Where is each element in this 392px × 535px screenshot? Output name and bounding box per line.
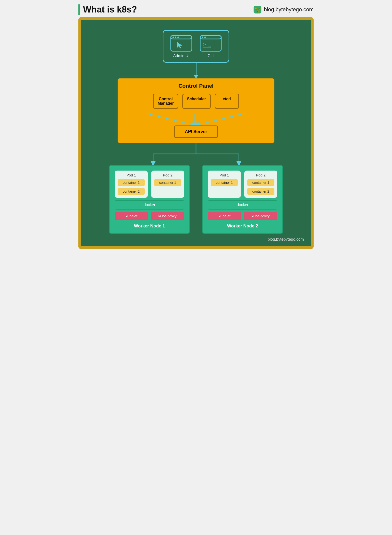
api-server-box: API Server bbox=[174, 125, 218, 138]
control-panel: Control Panel ControlManager Scheduler e… bbox=[118, 78, 274, 143]
arrow-line-1 bbox=[196, 63, 196, 75]
admin-ui-icon bbox=[170, 35, 192, 52]
bottom-bars-2: kubelet kube-proxy bbox=[208, 212, 277, 220]
scheduler-box: Scheduler bbox=[182, 94, 210, 109]
brand-label: blog.bytebytego.com bbox=[264, 6, 314, 13]
worker-node-2: Pod 1 container 1 Pod 2 container 1 cont… bbox=[202, 165, 283, 234]
page-title: What is k8s? bbox=[78, 4, 137, 15]
control-panel-title: Control Panel bbox=[125, 83, 267, 89]
container-1-pod-2-node-1: container 1 bbox=[154, 179, 181, 186]
api-to-workers-svg bbox=[108, 143, 284, 165]
pods-row-2: Pod 1 container 1 Pod 2 container 1 cont… bbox=[208, 171, 277, 198]
cp-components: ControlManager Scheduler etcd bbox=[125, 94, 267, 109]
kubeproxy-1: kube-proxy bbox=[151, 212, 184, 220]
bottom-bars-1: kubelet kube-proxy bbox=[115, 212, 184, 220]
kubeproxy-2: kube-proxy bbox=[244, 212, 277, 220]
chalkboard: Admin UI > _ CLI Control Panel ControlMa… bbox=[78, 17, 314, 249]
arrow-head-1 bbox=[194, 75, 198, 78]
control-manager-box: ControlManager bbox=[153, 94, 178, 109]
container-1-pod-2-node-2: container 1 bbox=[247, 179, 274, 186]
admin-ui-label: Admin UI bbox=[173, 54, 189, 58]
cli-label: CLI bbox=[208, 54, 214, 58]
svg-point-6 bbox=[177, 37, 179, 38]
ui-cli-group: Admin UI > _ CLI bbox=[163, 30, 229, 63]
svg-text:🦖: 🦖 bbox=[254, 6, 261, 13]
docker-bar-2: docker bbox=[208, 200, 277, 210]
svg-point-5 bbox=[175, 37, 176, 38]
arrow-ui-to-cp bbox=[194, 63, 198, 78]
cp-arrows-svg bbox=[125, 113, 267, 125]
brand-icon: 🦖 bbox=[253, 5, 262, 14]
svg-line-16 bbox=[197, 113, 245, 125]
pod-2-node-2: Pod 2 container 1 container 2 bbox=[244, 171, 277, 198]
svg-point-11 bbox=[204, 37, 206, 38]
cli-icon: > _ bbox=[200, 35, 222, 52]
docker-bar-1: docker bbox=[115, 200, 184, 210]
pod-1-node-2: Pod 1 container 1 bbox=[208, 171, 241, 198]
pod-2-node-1-label: Pod 2 bbox=[163, 173, 172, 177]
footer-brand: blog.bytebytego.com bbox=[268, 237, 304, 242]
container-2-pod-1-node-1: container 2 bbox=[118, 188, 145, 195]
container-1-pod-1-node-2: container 1 bbox=[211, 179, 238, 186]
worker-node-1-label: Worker Node 1 bbox=[134, 224, 165, 229]
kubelet-1: kubelet bbox=[115, 212, 148, 220]
pod-2-node-1: Pod 2 container 1 bbox=[151, 171, 184, 198]
etcd-box: etcd bbox=[215, 94, 239, 109]
svg-point-4 bbox=[172, 37, 174, 38]
pod-1-node-1: Pod 1 container 1 container 2 bbox=[115, 171, 148, 198]
worker-node-2-label: Worker Node 2 bbox=[227, 224, 258, 229]
svg-rect-2 bbox=[171, 36, 192, 51]
svg-point-10 bbox=[202, 37, 203, 38]
pod-1-node-2-label: Pod 1 bbox=[220, 173, 229, 177]
container-1-pod-1-node-1: container 1 bbox=[118, 179, 145, 186]
kubelet-2: kubelet bbox=[208, 212, 241, 220]
brand: 🦖 blog.bytebytego.com bbox=[253, 5, 314, 14]
pod-1-node-1-label: Pod 1 bbox=[126, 173, 136, 177]
pods-row-1: Pod 1 container 1 container 2 Pod 2 cont… bbox=[115, 171, 184, 198]
svg-text:> _: > _ bbox=[203, 42, 211, 47]
worker-nodes-row: Pod 1 container 1 container 2 Pod 2 cont… bbox=[109, 165, 283, 234]
svg-line-14 bbox=[146, 113, 194, 125]
worker-node-1: Pod 1 container 1 container 2 Pod 2 cont… bbox=[109, 165, 190, 234]
pod-2-node-2-label: Pod 2 bbox=[256, 173, 266, 177]
cli-box: > _ CLI bbox=[200, 35, 222, 58]
page-header: What is k8s? 🦖 blog.bytebytego.com bbox=[78, 0, 314, 17]
admin-ui-box: Admin UI bbox=[170, 35, 192, 58]
svg-marker-7 bbox=[177, 42, 182, 49]
container-2-pod-2-node-2: container 2 bbox=[247, 188, 274, 195]
